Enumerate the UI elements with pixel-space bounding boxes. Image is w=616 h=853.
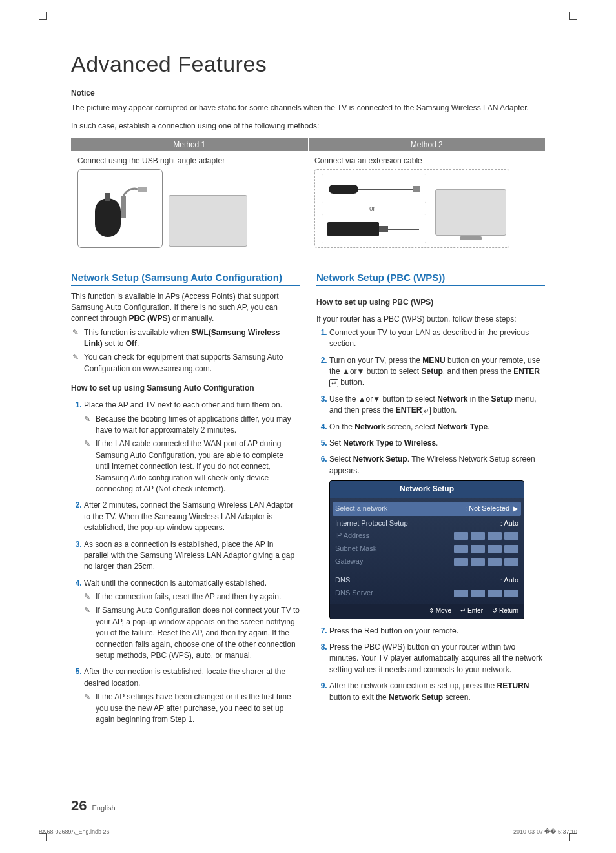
- note-icon: [84, 692, 93, 725]
- osd-row-subnet: Subnet Mask: [335, 542, 518, 555]
- osd-row-dns-server: DNS Server: [335, 587, 518, 600]
- tv-diagram: [169, 195, 247, 247]
- text-bold: Network: [354, 422, 385, 431]
- network-setup-osd: Network Setup Select a network : Not Sel…: [329, 480, 524, 619]
- notice-text-2: In such case, establish a connection usi…: [71, 120, 545, 132]
- text: , and then press the: [443, 367, 513, 376]
- text: Select: [329, 455, 353, 464]
- text: in the: [468, 395, 491, 404]
- osd-footer: Move Enter Return: [330, 604, 524, 619]
- svg-rect-0: [95, 198, 121, 237]
- text-bold: ENTER: [396, 406, 422, 415]
- page-language: English: [92, 804, 115, 812]
- enter-icon: ↵: [422, 407, 431, 415]
- left-howto-heading: How to set up using Samsung Auto Configu…: [71, 384, 254, 393]
- text: .: [137, 339, 139, 348]
- note-icon: [84, 605, 93, 661]
- ip-octet-boxes: [454, 545, 518, 553]
- text: or manually.: [170, 314, 214, 323]
- right-step-5: Set Network Type to Wireless.: [329, 438, 545, 449]
- tv-diagram-2: [435, 189, 506, 236]
- osd-row-ip-address: IP Address: [335, 529, 518, 542]
- text: Turn on your TV, press the: [329, 356, 422, 365]
- print-footer-left: BN68-02689A_Eng.indb 26: [39, 828, 110, 835]
- page-title: Advanced Features: [71, 52, 545, 77]
- text: After the connection is established, loc…: [84, 667, 285, 687]
- osd-row-ip-setup: Internet Protocol Setup : Auto: [335, 517, 518, 530]
- right-step-4: On the Network screen, select Network Ty…: [329, 422, 545, 433]
- triangle-right-icon: ▶: [513, 505, 518, 512]
- text: If the LAN cable connected the WAN port …: [96, 438, 300, 495]
- page-content: Advanced Features Notice The picture may…: [71, 52, 545, 814]
- text: Place the AP and TV next to each other a…: [84, 400, 282, 409]
- text: You can check for equipment that support…: [84, 352, 300, 375]
- right-step-8: Press the PBC (WPS) button on your route…: [329, 642, 545, 675]
- ip-octet-boxes: [454, 532, 518, 540]
- text-bold: RETURN: [497, 681, 529, 690]
- method1-header: Method 1: [71, 138, 308, 151]
- right-step-7: Press the Red button on your remote.: [329, 626, 545, 637]
- text: If Samsung Auto Configuration does not c…: [96, 605, 300, 661]
- left-intro: This function is available in APs (Acces…: [71, 291, 300, 325]
- text-bold: MENU: [422, 356, 445, 365]
- text-bold: Network Type: [343, 438, 393, 447]
- osd-footer-move: Move: [429, 606, 451, 616]
- text: screen, select: [385, 422, 438, 431]
- method1-text: Connect using the USB right angle adapte…: [77, 156, 302, 165]
- osd-value: : Auto: [500, 575, 518, 586]
- text: On the: [329, 422, 354, 431]
- right-step-3: Use the ▲or▼ button to select Network in…: [329, 394, 545, 416]
- text-bold: ENTER: [513, 367, 540, 376]
- ip-octet-boxes: [454, 590, 518, 597]
- svg-rect-8: [379, 226, 388, 232]
- osd-label: Subnet Mask: [335, 544, 376, 554]
- left-steps-list: Place the AP and TV next to each other a…: [71, 400, 300, 725]
- left-step-4: Wait until the connection is automatical…: [84, 578, 300, 662]
- text: .: [436, 438, 438, 447]
- note-swl: This function is available when SWL(Sams…: [72, 327, 300, 350]
- text-bold: Network Setup: [353, 455, 407, 464]
- text-bold: Setup: [422, 367, 443, 376]
- left-step-2: After 2 minutes, connect the Samsung Wir…: [84, 500, 300, 533]
- svg-rect-4: [329, 185, 358, 194]
- text-bold: PBC (WPS): [128, 314, 170, 323]
- text: button.: [338, 378, 364, 387]
- text: After the network connection is set up, …: [329, 681, 497, 690]
- osd-row-dns: DNS : Auto: [335, 574, 518, 587]
- text-bold: Network: [437, 395, 467, 404]
- right-section-title: Network Setup (PBC (WPS)): [316, 271, 545, 286]
- text-bold: Wireless: [404, 438, 436, 447]
- right-howto-heading: How to set up using PBC (WPS): [316, 298, 433, 307]
- svg-rect-7: [327, 222, 379, 236]
- note-icon: [72, 327, 81, 350]
- osd-label: DNS Server: [335, 588, 373, 599]
- method1-cell: Connect using the USB right angle adapte…: [71, 151, 308, 254]
- page-footer: 26 English: [71, 797, 116, 814]
- osd-title: Network Setup: [330, 481, 524, 497]
- right-step-1: Connect your TV to your LAN as described…: [329, 327, 545, 350]
- right-step-9: After the network connection is set up, …: [329, 681, 545, 703]
- adapter-diagram: [77, 169, 163, 248]
- method2-text: Connect via an extension cable: [314, 156, 539, 165]
- crop-mark: [569, 12, 577, 20]
- osd-label: Gateway: [335, 557, 363, 567]
- osd-footer-enter: Enter: [460, 606, 483, 616]
- osd-label: Select a network: [335, 504, 387, 514]
- extension-diagram: or: [314, 169, 509, 248]
- svg-rect-1: [105, 193, 110, 201]
- text-bold: Setup: [491, 395, 513, 404]
- text: Set: [329, 438, 343, 447]
- svg-rect-2: [121, 196, 126, 218]
- note-icon: [72, 352, 81, 375]
- method2-header: Method 2: [308, 138, 546, 151]
- osd-value: : Not Selected: [465, 504, 509, 512]
- text: .: [488, 422, 489, 431]
- note-icon: [84, 591, 93, 602]
- or-label: or: [369, 205, 375, 212]
- left-section-title: Network Setup (Samsung Auto Configuratio…: [71, 271, 300, 286]
- osd-row-gateway: Gateway: [335, 555, 518, 568]
- print-footer-right: 2010-03-07 �� 5:37:10: [513, 828, 577, 835]
- method-body-row: Connect using the USB right angle adapte…: [71, 151, 545, 254]
- osd-label: DNS: [335, 575, 350, 586]
- text: If the connection fails, reset the AP an…: [96, 591, 300, 602]
